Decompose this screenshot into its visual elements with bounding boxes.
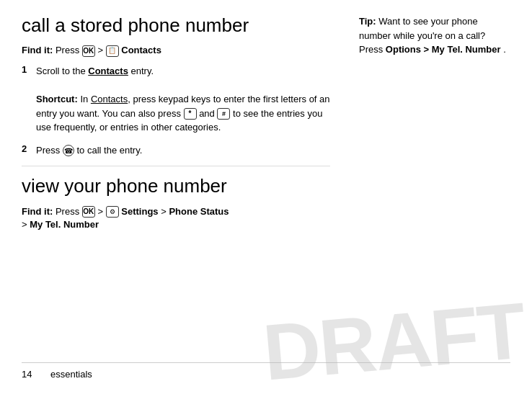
settings-icon: ⚙ (106, 206, 119, 218)
step-2-text: Press (36, 145, 63, 156)
find-it-label-2: Find it: (22, 206, 53, 217)
step-number-2: 2 (22, 143, 36, 154)
hash-icon: # (217, 108, 230, 120)
section-call-stored: call a stored phone number Find it: Pres… (22, 14, 330, 157)
section-call-title: call a stored phone number (22, 14, 330, 37)
step-number-1: 1 (22, 64, 36, 75)
ok-icon: OK (82, 45, 95, 57)
content-area: call a stored phone number Find it: Pres… (22, 14, 510, 355)
tip-menu: Options > My Tel. Number (386, 44, 501, 55)
find-it-arrow-1: > (97, 45, 105, 55)
call-button-icon: ☎ (63, 145, 74, 156)
step-1-content: Scroll to the Contacts entry. Shortcut: … (36, 64, 330, 135)
shortcut-label: Shortcut: (36, 94, 78, 104)
find-it-call: Find it: Press OK > 📋 Contacts (22, 44, 330, 57)
step-2: 2 Press ☎ to call the entry. (22, 143, 330, 158)
and-text: and (199, 108, 217, 119)
step-1-text: Scroll to the Contacts entry. (36, 66, 154, 76)
step-1: 1 Scroll to the Contacts entry. Shortcut… (22, 64, 330, 135)
find-it-text-2: Press (56, 206, 82, 217)
find-it-text-1: Press (56, 45, 82, 55)
tip-label: Tip: (359, 16, 376, 27)
contacts-icon-1: 📋 (106, 45, 119, 57)
step-1-shortcut: Shortcut: In Contacts, press keypad keys… (36, 94, 330, 133)
tip-box: Tip: Want to see your phone number while… (359, 14, 510, 57)
right-column: Tip: Want to see your phone number while… (352, 14, 510, 355)
section-view-phone: view your phone number Find it: Press OK… (22, 175, 330, 231)
find-it-contacts-label: Contacts (121, 45, 161, 55)
step-2-text-end: to call the entry. (76, 145, 142, 156)
section-divider (22, 166, 330, 166)
arrow-2: > (97, 206, 105, 217)
left-column: call a stored phone number Find it: Pres… (22, 14, 337, 355)
my-tel-label: > My Tel. Number (22, 219, 99, 230)
footer-label: essentials (50, 369, 92, 380)
step-2-content: Press ☎ to call the entry. (36, 143, 330, 158)
page-footer: 14 essentials (22, 362, 510, 380)
section-view-title: view your phone number (22, 175, 330, 197)
find-it-view: Find it: Press OK > ⚙ Settings > Phone S… (22, 205, 330, 231)
tip-end: . (503, 44, 506, 55)
ok-icon-2: OK (82, 206, 95, 218)
star-icon: * (184, 108, 197, 120)
find-it-label-1: Find it: (22, 45, 53, 55)
settings-label: Settings > Phone Status (121, 206, 229, 217)
page-number: 14 (22, 369, 36, 380)
page-container: call a stored phone number Find it: Pres… (0, 0, 532, 394)
